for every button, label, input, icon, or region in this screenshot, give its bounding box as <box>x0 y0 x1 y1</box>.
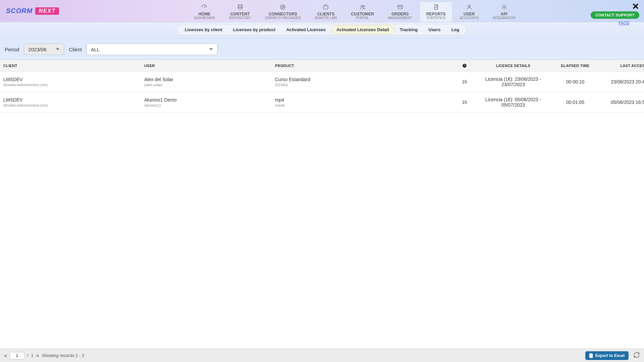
cell-licence: Licencia (1€): 05/06/2023 - 05/07/2023 <box>476 97 550 108</box>
col-client[interactable]: CLIENT <box>3 64 144 68</box>
clock-icon <box>462 63 467 68</box>
nav-subtitle: REPOSITORY <box>229 16 251 20</box>
table-row[interactable]: LMSDEV(lmsdev.welcomenext.com)Alumno1 De… <box>0 92 644 113</box>
subnav-licenses-by-product[interactable]: Licenses by product <box>228 25 281 34</box>
nav-item-clients[interactable]: CLIENTSREMOTE LMS <box>308 1 344 22</box>
refresh-button[interactable] <box>633 352 640 359</box>
period-label: Period <box>5 47 19 52</box>
p-icon <box>280 4 286 11</box>
svg-point-3 <box>361 5 363 7</box>
table-header: CLIENT USER PRODUCT LICENCE DETAILS ELAP… <box>0 60 644 72</box>
nav-item-user[interactable]: USERACCOUNTS <box>453 1 486 22</box>
svg-point-1 <box>281 5 285 9</box>
subnav-tracking[interactable]: Tracking <box>394 25 423 34</box>
col-duration-icon[interactable] <box>453 63 476 68</box>
cell-duration: 1h <box>453 100 476 105</box>
pager-current-input[interactable] <box>10 352 24 359</box>
gauge-icon <box>201 4 207 11</box>
svg-rect-5 <box>398 5 402 9</box>
subnav-licenses-by-client[interactable]: Licenses by client <box>179 25 228 34</box>
chevron-down-icon <box>209 47 213 51</box>
nav-title: API <box>501 12 507 16</box>
nav-subtitle: DASHBOARD <box>194 16 215 20</box>
pager-sep: / <box>27 353 29 358</box>
footer: « / 1 » Showing records 1 - 2 Export to … <box>0 349 644 362</box>
nav-item-customer[interactable]: CUSTOMERPORTAL <box>344 1 381 22</box>
col-user[interactable]: USER <box>144 64 275 68</box>
col-licence[interactable]: LICENCE DETAILS <box>476 64 550 68</box>
svg-rect-2 <box>324 6 328 9</box>
nav-item-home[interactable]: HOMEDASHBOARD <box>187 1 222 22</box>
cell-elapsed: 00:01:05 <box>550 100 600 105</box>
gear-icon <box>501 4 507 11</box>
nav-title: HOME <box>198 12 210 16</box>
subnav-users[interactable]: Users <box>423 25 446 34</box>
nav-subtitle: MANAGEMENT <box>388 16 412 20</box>
logo-text-b: NEXT <box>35 7 59 15</box>
filters: Period 2023/06 Client ALL <box>0 39 644 60</box>
nav-item-content[interactable]: CONTENTREPOSITORY <box>222 1 258 22</box>
refresh-icon <box>633 352 640 358</box>
footer-right: Export to Excel <box>585 351 640 360</box>
col-elapsed[interactable]: ELAPSED TIME <box>550 64 600 68</box>
client-select[interactable]: ALL <box>87 44 217 55</box>
nav-subtitle: ACCOUNTS <box>460 16 479 20</box>
nav-subtitle: DISPATCH PACKAGES <box>265 16 301 20</box>
pager-last-icon[interactable]: » <box>36 353 39 359</box>
main-nav: HOMEDASHBOARDCONTENTREPOSITORYCONNECTORS… <box>65 0 644 22</box>
doc-icon <box>433 4 439 11</box>
nav-item-reports[interactable]: REPORTSSTATISTICS <box>419 1 453 22</box>
nav-title: REPORTS <box>426 12 446 16</box>
nav-item-connectors[interactable]: CONNECTORSDISPATCH PACKAGES <box>258 1 308 22</box>
contact-support-button[interactable]: CONTACT SUPPORT <box>591 11 639 19</box>
nav-item-api[interactable]: APIINTEGRATION <box>486 1 523 22</box>
table-row[interactable]: LMSDEV(lmsdev.welcomenext.com)Alex del S… <box>0 72 644 92</box>
pager-showing: Showing records 1 - 2 <box>42 353 84 358</box>
subnav: Licenses by clientLicenses by productAct… <box>177 24 467 35</box>
nav-title: CONNECTORS <box>269 12 297 16</box>
cell-duration: 1h <box>453 79 476 84</box>
subnav-activated-licenses[interactable]: Activated Licenses <box>281 25 331 34</box>
close-icon[interactable]: ✕ <box>632 2 639 11</box>
cell-elapsed: 00:00:10 <box>550 79 600 84</box>
user-icon <box>466 4 472 11</box>
subnav-wrap: Licenses by clientLicenses by productAct… <box>0 22 644 39</box>
subnav-activated-licenses-detail[interactable]: Activated Licenses Detail <box>331 25 394 34</box>
chevron-down-icon <box>56 47 60 51</box>
nav-title: USER <box>464 12 475 16</box>
nav-title: CONTENT <box>230 12 250 16</box>
export-excel-button[interactable]: Export to Excel <box>585 351 629 360</box>
cell-user: Alumno1 Demo(alumno1) <box>144 97 275 107</box>
cell-user: Alex del Solar(alex.solar) <box>144 77 275 87</box>
nav-item-orders[interactable]: ORDERSMANAGEMENT <box>381 1 419 22</box>
subnav-log[interactable]: Log <box>446 25 465 34</box>
logo-text-a: SCORM <box>6 7 33 15</box>
svg-point-6 <box>468 5 470 7</box>
cell-last: 05/06/2023 16:56 <box>600 100 644 105</box>
period-select[interactable]: 2023/06 <box>24 44 64 55</box>
cell-client: LMSDEV(lmsdev.welcomenext.com) <box>3 77 144 87</box>
col-last[interactable]: LAST ACCESS <box>600 64 644 68</box>
cell-product: Curso Estandard(02345) <box>275 77 453 87</box>
faqs-link[interactable]: FAQS <box>619 21 629 25</box>
col-product[interactable]: PRODUCT <box>275 64 453 68</box>
nav-title: CLIENTS <box>317 12 334 16</box>
briefcase-icon <box>323 4 329 11</box>
cell-last: 23/06/2023 20:43 <box>600 79 644 84</box>
pager: « / 1 » Showing records 1 - 2 <box>4 352 84 359</box>
client-value: ALL <box>91 47 100 52</box>
client-label: Client <box>69 47 82 52</box>
nav-title: CUSTOMER <box>351 12 374 16</box>
pager-first-icon[interactable]: « <box>4 353 7 359</box>
pager-total: 1 <box>31 353 34 358</box>
svg-point-0 <box>238 5 242 6</box>
file-icon <box>589 353 593 358</box>
nav-subtitle: REMOTE LMS <box>315 16 337 20</box>
mail-icon <box>397 4 403 11</box>
nav-subtitle: INTEGRATION <box>493 16 516 20</box>
nav-subtitle: STATISTICS <box>427 16 445 20</box>
period-value: 2023/06 <box>28 47 46 52</box>
nav-title: ORDERS <box>391 12 409 16</box>
svg-point-7 <box>503 6 505 8</box>
nav-subtitle: PORTAL <box>356 16 369 20</box>
